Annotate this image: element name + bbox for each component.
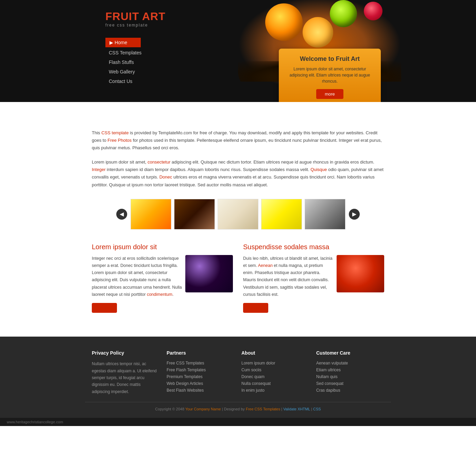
footer-col-customer-care: Customer Care Aenean vulputate Etiam ult… — [316, 350, 384, 395]
header: FRUIT ART free css template Home CSS Tem… — [0, 0, 476, 102]
footer-link-item: Nulla consequat — [241, 381, 309, 386]
left-col-content: Integer nec orci at eros sollicitudin sc… — [92, 255, 233, 313]
footer-link-item: Web Design Articles — [167, 381, 235, 386]
logo-title-accent: ART — [142, 10, 166, 22]
left-col-paragraph: Integer nec orci at eros sollicitudin sc… — [92, 255, 182, 299]
gallery-item-choco[interactable] — [174, 199, 215, 230]
fruit-berry — [364, 2, 382, 20]
footer-link-aenean[interactable]: Aenean vulputate — [316, 361, 348, 366]
welcome-box: Welcome to Fruit Art Lorem ipsum dolor s… — [279, 49, 381, 102]
body-text: Lorem ipsum dolor sit amet, consectetur … — [92, 158, 384, 188]
footer-link-item: Best Flash Websites — [167, 388, 235, 393]
designed-by-link[interactable]: Free CSS Templates — [246, 407, 280, 411]
footer-link-item: Nullam quis — [316, 374, 384, 379]
footer-link-item: Cum sociis — [241, 367, 309, 372]
footer-link-nulla[interactable]: Nulla consequat — [241, 381, 271, 386]
left-column: Lorem ipsum dolor sit Integer nec orci a… — [92, 243, 233, 313]
footer-inner: Privacy Policy Nullam ultrices tempor ni… — [85, 350, 391, 395]
welcome-body: Lorem ipsum dolor sit amet, consectetur … — [286, 66, 374, 84]
donec-link[interactable]: Donec — [159, 174, 172, 180]
designed-by-text: | Designed by — [222, 407, 246, 411]
welcome-more-button[interactable]: more — [316, 89, 343, 99]
company-name-link[interactable]: Your Company Name — [185, 407, 221, 411]
welcome-title: Welcome to Fruit Art — [286, 55, 374, 63]
free-photos-link[interactable]: Free Photos — [107, 138, 132, 143]
footer-col-partners: Partners Free CSS Templates Free Flash T… — [167, 350, 235, 395]
fruit-orange-half — [303, 17, 333, 48]
gallery-next-button[interactable]: ▶ — [349, 209, 360, 220]
footer-link-item: Aenean vulputate — [316, 360, 384, 366]
footer-link-etiam[interactable]: Etiam ultrices — [316, 368, 341, 372]
left-col-title: Lorem ipsum dolor sit — [92, 243, 233, 251]
footer-link-donec[interactable]: Donec quam — [241, 374, 265, 379]
left-col-text: Integer nec orci at eros sollicitudin sc… — [92, 255, 182, 313]
gallery-item-coconut[interactable] — [305, 199, 345, 230]
footer-about-heading: About — [241, 350, 309, 356]
footer-link-item: Etiam ultrices — [316, 367, 384, 372]
footer-link-free-flash[interactable]: Free Flash Templates — [167, 368, 206, 372]
gallery-item-lemon[interactable] — [261, 199, 302, 230]
right-col-paragraph: Duis leo nibh, ultrices ut blandit sit a… — [243, 255, 333, 299]
two-column-section: Lorem ipsum dolor sit Integer nec orci a… — [92, 243, 384, 313]
site-url-bar: www.heritagechristiancollege.com — [0, 418, 476, 426]
quisque-link[interactable]: Quisque — [310, 167, 327, 172]
intro-text: This CSS template is provided by Templat… — [92, 129, 384, 152]
left-col-image — [185, 255, 233, 292]
css-link[interactable]: CSS — [313, 407, 321, 411]
footer-link-lorem[interactable]: Lorem ipsum dolor — [241, 361, 275, 366]
footer-privacy-text: Nullam ultrices tempor nisi, ac egestas … — [92, 360, 160, 395]
footer-partners-heading: Partners — [167, 350, 235, 356]
gallery-items — [131, 199, 345, 230]
footer-link-free-css[interactable]: Free CSS Templates — [167, 361, 204, 366]
footer-privacy-heading: Privacy Policy — [92, 350, 160, 356]
right-col-content: Duis leo nibh, ultrices ut blandit sit a… — [243, 255, 384, 313]
footer-link-item: Free CSS Templates — [167, 360, 235, 366]
footer-link-item: Sed consequat — [316, 381, 384, 386]
blackberries-image — [185, 255, 233, 292]
footer-customercare-heading: Customer Care — [316, 350, 384, 356]
right-col-more-button[interactable]: more — [243, 303, 268, 313]
footer-link-sed[interactable]: Sed consequat — [316, 381, 343, 386]
logo-title-main: FRUIT — [105, 10, 142, 22]
footer-link-item: Premium Templates — [167, 374, 235, 379]
footer-col-about: About Lorem ipsum dolor Cum sociis Donec… — [241, 350, 309, 395]
right-col-title: Suspendisse sodales massa — [243, 243, 384, 251]
gallery-prev-button[interactable]: ◀ — [116, 209, 127, 220]
consectetur-link[interactable]: consectetur — [148, 159, 170, 165]
footer-link-premium[interactable]: Premium Templates — [167, 374, 203, 379]
gallery-item-garlic[interactable] — [218, 199, 258, 230]
fruit-lime — [330, 0, 357, 27]
validate-xhtml-link[interactable]: Validate XHTML — [283, 407, 310, 411]
site-url-text: www.heritagechristiancollege.com — [7, 420, 63, 424]
gallery-item-mango[interactable] — [131, 199, 171, 230]
footer-link-inenimjusto[interactable]: In enim justo — [241, 388, 265, 393]
condimentum-link[interactable]: condimentum — [147, 292, 172, 297]
footer: Privacy Policy Nullam ultrices tempor ni… — [0, 337, 476, 418]
footer-link-cum[interactable]: Cum sociis — [241, 368, 261, 372]
right-col-text: Duis leo nibh, ultrices ut blandit sit a… — [243, 255, 333, 313]
gallery-section: ◀ ▶ — [92, 199, 384, 230]
footer-col-privacy: Privacy Policy Nullam ultrices tempor ni… — [92, 350, 160, 395]
footer-link-best-flash[interactable]: Best Flash Websites — [167, 388, 204, 393]
footer-link-cras[interactable]: Cras dapibus — [316, 388, 340, 393]
css-template-link[interactable]: CSS template — [101, 130, 129, 135]
footer-link-item: Donec quam — [241, 374, 309, 379]
footer-link-item: Free Flash Templates — [167, 367, 235, 372]
integer-link[interactable]: Integer — [92, 167, 105, 172]
footer-bottom: Copyright © 2048 Your Company Name | Des… — [85, 402, 391, 411]
footer-link-item: Lorem ipsum dolor — [241, 360, 309, 366]
tomatoes-image — [337, 255, 384, 292]
nav-link-home[interactable]: Home — [105, 38, 141, 47]
footer-link-item: Cras dapibus — [316, 388, 384, 393]
footer-link-nullam[interactable]: Nullam quis — [316, 374, 338, 379]
right-column: Suspendisse sodales massa Duis leo nibh,… — [243, 243, 384, 313]
footer-link-item: In enim justo — [241, 388, 309, 393]
footer-link-web-design[interactable]: Web Design Articles — [167, 381, 203, 386]
aenean-link[interactable]: Aenean — [258, 263, 273, 268]
left-col-more-button[interactable]: more — [92, 303, 117, 313]
right-col-image — [337, 255, 384, 292]
copyright-text: Copyright © 2048 — [155, 407, 185, 411]
fruit-orange-big — [265, 3, 303, 41]
main-content: This CSS template is provided by Templat… — [85, 102, 391, 337]
